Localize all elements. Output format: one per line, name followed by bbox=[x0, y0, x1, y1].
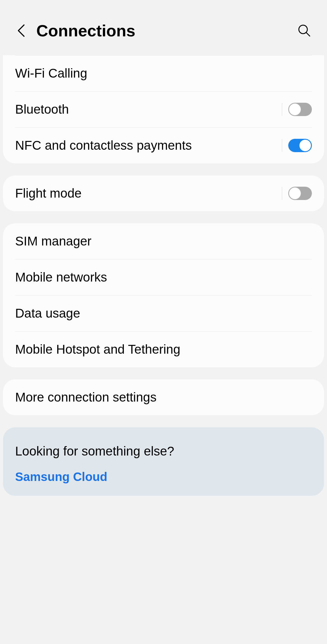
svg-point-0 bbox=[299, 25, 307, 34]
settings-group-2: Flight mode bbox=[3, 175, 324, 211]
toggle-wrapper bbox=[282, 103, 312, 116]
nfc-row[interactable]: NFC and contactless payments bbox=[3, 128, 324, 163]
bluetooth-row[interactable]: Bluetooth bbox=[3, 92, 324, 127]
row-label: Flight mode bbox=[15, 186, 282, 201]
sim-manager-row[interactable]: SIM manager bbox=[3, 223, 324, 259]
more-settings-row[interactable]: More connection settings bbox=[3, 379, 324, 415]
toggle-knob bbox=[289, 187, 301, 199]
suggestion-title: Looking for something else? bbox=[15, 444, 312, 459]
toggle-wrapper bbox=[282, 139, 312, 152]
mobile-networks-row[interactable]: Mobile networks bbox=[3, 259, 324, 295]
search-button[interactable] bbox=[297, 23, 312, 38]
settings-group-4: More connection settings bbox=[3, 379, 324, 415]
flight-mode-row[interactable]: Flight mode bbox=[3, 175, 324, 211]
row-label: Wi-Fi Calling bbox=[15, 66, 312, 81]
row-label: NFC and contactless payments bbox=[15, 138, 282, 153]
flight-mode-toggle[interactable] bbox=[288, 187, 312, 200]
suggestion-card: Looking for something else? Samsung Clou… bbox=[3, 427, 324, 496]
row-label: Mobile networks bbox=[15, 270, 312, 285]
vertical-divider bbox=[282, 187, 282, 200]
bluetooth-toggle[interactable] bbox=[288, 103, 312, 116]
page-title: Connections bbox=[36, 21, 288, 40]
row-label: Mobile Hotspot and Tethering bbox=[15, 342, 312, 357]
row-label: More connection settings bbox=[15, 390, 312, 405]
row-label: Bluetooth bbox=[15, 102, 282, 117]
row-label: SIM manager bbox=[15, 234, 312, 249]
search-icon bbox=[298, 24, 311, 37]
chevron-left-icon bbox=[17, 23, 25, 38]
toggle-knob bbox=[289, 103, 301, 115]
hotspot-row[interactable]: Mobile Hotspot and Tethering bbox=[3, 332, 324, 367]
row-label: Data usage bbox=[15, 306, 312, 321]
svg-line-1 bbox=[306, 33, 310, 36]
nfc-toggle[interactable] bbox=[288, 139, 312, 152]
back-button[interactable] bbox=[15, 25, 27, 37]
data-usage-row[interactable]: Data usage bbox=[3, 295, 324, 331]
vertical-divider bbox=[282, 139, 282, 152]
vertical-divider bbox=[282, 103, 282, 116]
samsung-cloud-link[interactable]: Samsung Cloud bbox=[15, 470, 312, 484]
settings-group-3: SIM manager Mobile networks Data usage M… bbox=[3, 223, 324, 367]
settings-group-1: Wi-Fi Calling Bluetooth NFC and contactl… bbox=[3, 55, 324, 163]
toggle-knob bbox=[299, 139, 311, 152]
header: Connections bbox=[0, 0, 327, 55]
toggle-wrapper bbox=[282, 187, 312, 200]
wifi-calling-row[interactable]: Wi-Fi Calling bbox=[3, 55, 324, 91]
